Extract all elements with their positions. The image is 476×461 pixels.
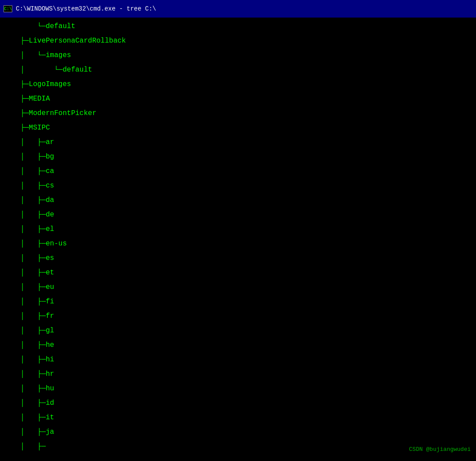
title-bar-title: C:\WINDOWS\system32\cmd.exe - tree C:\ [16,5,472,12]
title-bar: C:\ C:\WINDOWS\system32\cmd.exe - tree C… [0,0,476,18]
terminal-content: └─default ├─LivePersonaCardRollback │ └─… [0,19,476,454]
cmd-icon: C:\ [4,5,12,12]
terminal-body: └─default ├─LivePersonaCardRollback │ └─… [0,18,476,461]
watermark: CSDN @bujiangwudei [409,442,471,457]
cmd-icon-text: C:\ [4,7,12,11]
